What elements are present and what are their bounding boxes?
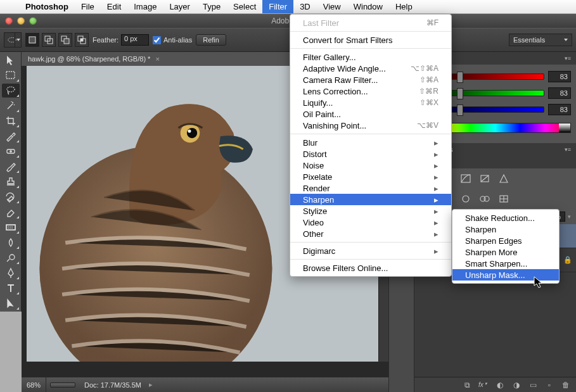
blue-value[interactable]: 83	[548, 104, 571, 115]
mask-icon[interactable]: ◐	[495, 381, 505, 389]
convert-smart-item[interactable]: Convert for Smart Filters	[290, 34, 451, 46]
oil-paint-item[interactable]: Oil Paint...	[290, 108, 451, 120]
options-bar: Feather: 0 px Anti-alias Refin Essential…	[0, 28, 576, 52]
svg-rect-9	[6, 72, 15, 79]
blur-tool[interactable]	[2, 236, 20, 250]
distort-submenu[interactable]: Distort	[290, 148, 451, 160]
adaptive-wide-angle-item[interactable]: Adaptive Wide Angle...⌥⇧⌘A	[290, 63, 451, 74]
lens-correction-item[interactable]: Lens Correction...⇧⌘R	[290, 85, 451, 97]
new-layer-icon[interactable]: ▫	[544, 381, 554, 389]
sharpen-submenu-dropdown: Shake Reduction... Sharpen Sharpen Edges…	[452, 209, 560, 284]
chmixer-adj-icon[interactable]	[478, 193, 492, 205]
menu-edit[interactable]: Edit	[101, 0, 127, 13]
menu-help[interactable]: Help	[389, 0, 419, 13]
photofilter-adj-icon[interactable]	[459, 193, 473, 205]
sel-subtract-button[interactable]	[58, 33, 72, 47]
group-icon[interactable]: ▭	[528, 381, 538, 389]
fill-dropdown-arrow[interactable]: ▾	[568, 213, 571, 220]
video-submenu[interactable]: Video	[290, 217, 451, 228]
sharpen-submenu[interactable]: Sharpen	[290, 194, 451, 205]
history-brush-tool[interactable]	[2, 190, 20, 204]
blur-submenu[interactable]: Blur	[290, 137, 451, 148]
pen-tool[interactable]	[2, 266, 20, 280]
close-tab-icon[interactable]: ×	[155, 55, 159, 63]
menu-image[interactable]: Image	[127, 0, 163, 13]
fx-icon[interactable]: fx▾	[478, 381, 489, 388]
pixelate-submenu[interactable]: Pixelate	[290, 171, 451, 182]
lasso-tool[interactable]	[2, 84, 20, 98]
sel-intersect-button[interactable]	[75, 33, 89, 47]
eraser-tool[interactable]	[2, 205, 20, 219]
unsharp-mask-item[interactable]: Unsharp Mask...	[452, 269, 559, 281]
type-tool[interactable]	[2, 281, 20, 295]
trash-icon[interactable]: 🗑	[561, 381, 571, 389]
feather-field[interactable]: 0 px	[121, 34, 149, 46]
antialias-checkbox[interactable]: Anti-alias	[153, 36, 192, 44]
minimize-button[interactable]	[17, 17, 25, 25]
refine-edge-button[interactable]: Refin	[196, 34, 226, 46]
eyedropper-tool[interactable]	[2, 129, 20, 143]
svg-point-19	[188, 129, 191, 132]
workspace-label: Essentials	[513, 36, 545, 44]
healing-tool[interactable]	[2, 144, 20, 158]
green-value[interactable]: 83	[548, 87, 571, 99]
shake-reduction-item[interactable]: Shake Reduction...	[452, 212, 559, 224]
app-name[interactable]: Photoshop	[19, 2, 75, 11]
smart-sharpen-item[interactable]: Smart Sharpen...	[452, 258, 559, 269]
close-button[interactable]	[5, 17, 13, 25]
other-submenu[interactable]: Other	[290, 228, 451, 239]
liquify-item[interactable]: Liquify...⇧⌘X	[290, 97, 451, 108]
menu-filter[interactable]: Filter	[262, 0, 293, 13]
sel-add-button[interactable]	[42, 33, 56, 47]
curves-adj-icon[interactable]	[459, 172, 473, 185]
menu-layer[interactable]: Layer	[163, 0, 196, 13]
filter-gallery-item[interactable]: Filter Gallery...	[290, 51, 451, 63]
stamp-tool[interactable]	[2, 175, 20, 189]
sharpen-edges-item[interactable]: Sharpen Edges	[452, 235, 559, 246]
noise-submenu[interactable]: Noise	[290, 160, 451, 171]
workspace-switcher[interactable]: Essentials	[509, 34, 572, 46]
digimarc-submenu[interactable]: Digimarc	[290, 245, 451, 256]
link-layers-icon[interactable]: ⧉	[462, 381, 472, 389]
panel-menu-icon[interactable]: ▾≡	[565, 55, 571, 61]
tool-preset-picker[interactable]	[4, 32, 22, 47]
path-sel-tool[interactable]	[2, 296, 20, 310]
menu-select[interactable]: Select	[227, 0, 262, 13]
adjust-menu-icon[interactable]: ▾≡	[565, 146, 571, 153]
menu-view[interactable]: View	[317, 0, 347, 13]
adjustment-layer-icon[interactable]: ◑	[511, 381, 522, 389]
status-menu-arrow[interactable]	[149, 381, 153, 389]
sharpen-item[interactable]: Sharpen	[452, 224, 559, 235]
wand-tool[interactable]	[2, 99, 20, 113]
lookup-adj-icon[interactable]	[497, 193, 511, 205]
traffic-lights	[0, 17, 37, 25]
window-titlebar: Adobe Ph	[0, 14, 576, 28]
status-scrub[interactable]	[50, 383, 75, 388]
browse-filters-item[interactable]: Browse Filters Online...	[290, 262, 451, 274]
vibrance-adj-icon[interactable]	[497, 172, 511, 185]
sel-new-button[interactable]	[25, 33, 39, 47]
menu-file[interactable]: File	[75, 0, 101, 13]
marquee-tool[interactable]	[2, 68, 20, 82]
camera-raw-filter-item[interactable]: Camera Raw Filter...⇧⌘A	[290, 74, 451, 85]
menu-window[interactable]: Window	[347, 0, 389, 13]
doc-size-readout: Doc: 17.7M/35.5M	[79, 381, 146, 389]
sharpen-more-item[interactable]: Sharpen More	[452, 246, 559, 258]
vanishing-point-item[interactable]: Vanishing Point...⌥⌘V	[290, 120, 451, 131]
antialias-input[interactable]	[153, 36, 161, 44]
zoom-level[interactable]: 68%	[22, 377, 46, 392]
crop-tool[interactable]	[2, 114, 20, 128]
menu-3d[interactable]: 3D	[293, 0, 317, 13]
exposure-adj-icon[interactable]	[478, 172, 492, 185]
gradient-tool[interactable]	[2, 220, 20, 234]
dodge-tool[interactable]	[2, 251, 20, 265]
red-value[interactable]: 83	[548, 71, 571, 82]
svg-rect-8	[80, 39, 83, 41]
brush-tool[interactable]	[2, 160, 20, 174]
svg-point-18	[187, 128, 197, 138]
move-tool[interactable]	[2, 53, 20, 67]
stylize-submenu[interactable]: Stylize	[290, 205, 451, 217]
render-submenu[interactable]: Render	[290, 182, 451, 194]
zoom-button[interactable]	[29, 17, 37, 25]
menu-type[interactable]: Type	[196, 0, 227, 13]
